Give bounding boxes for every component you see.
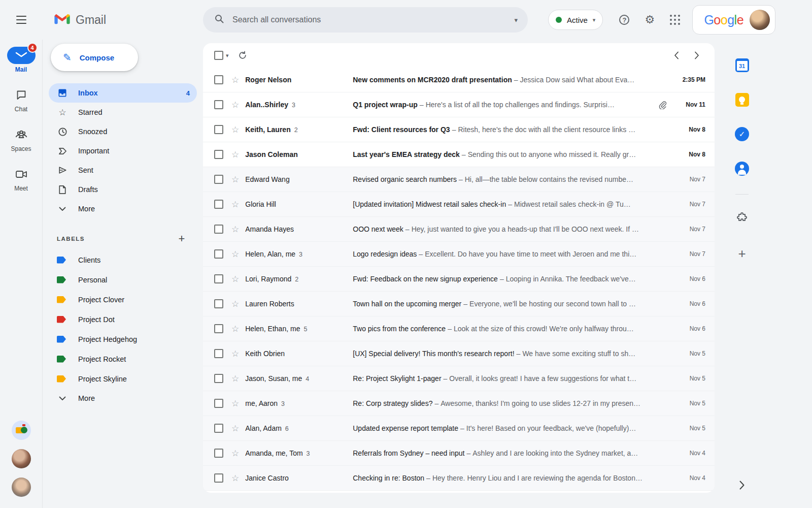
sidebar-label-item[interactable]: Project Dot: [49, 309, 197, 329]
star-icon[interactable]: ☆: [231, 423, 239, 433]
email-row[interactable]: ☆ me, Aaron 3 Re: Corp strategy slides?–…: [203, 391, 715, 416]
refresh-icon[interactable]: [238, 51, 247, 60]
star-icon[interactable]: ☆: [231, 149, 239, 160]
sidebar-item-important[interactable]: Important: [49, 141, 197, 161]
keep-button[interactable]: [732, 89, 752, 110]
compose-button[interactable]: ✎ Compose: [51, 44, 138, 71]
email-checkbox[interactable]: [214, 473, 223, 483]
email-checkbox[interactable]: [214, 424, 223, 433]
email-checkbox[interactable]: [214, 200, 223, 209]
email-checkbox[interactable]: [214, 324, 223, 333]
calendar-button[interactable]: 31: [732, 55, 752, 75]
settings-button[interactable]: ⚙: [639, 10, 660, 30]
email-row[interactable]: ☆ Keith Obrien [UX] Special delivery! Th…: [203, 341, 715, 366]
email-checkbox[interactable]: [214, 125, 223, 134]
email-row[interactable]: ☆ Roger Nelson New comments on MCR2020 d…: [203, 68, 715, 92]
rail-item-meet[interactable]: Meet: [7, 166, 36, 192]
help-button[interactable]: ?: [614, 10, 634, 30]
email-row[interactable]: ☆ Helen, Ethan, me 5 Two pics from the c…: [203, 316, 715, 341]
sidebar-item-snoozed[interactable]: Snoozed: [49, 122, 197, 141]
email-checkbox[interactable]: [214, 150, 223, 159]
tasks-button[interactable]: ✓: [732, 124, 752, 144]
contacts-button[interactable]: [732, 158, 752, 179]
email-checkbox[interactable]: [214, 449, 223, 458]
star-icon[interactable]: ☆: [231, 75, 239, 85]
email-row[interactable]: ☆ Keith, Lauren 2 Fwd: Client resources …: [203, 117, 715, 142]
star-icon[interactable]: ☆: [231, 448, 239, 458]
email-checkbox[interactable]: [214, 399, 223, 408]
email-date: Nov 7: [674, 176, 705, 183]
star-icon[interactable]: ☆: [231, 398, 239, 408]
email-checkbox[interactable]: [214, 175, 223, 184]
star-icon[interactable]: ☆: [231, 124, 239, 135]
select-caret-icon[interactable]: ▾: [226, 52, 229, 59]
star-icon[interactable]: ☆: [231, 249, 239, 259]
email-row[interactable]: ☆ Edward Wang Revised organic search num…: [203, 167, 715, 192]
email-checkbox[interactable]: [214, 249, 223, 259]
star-icon[interactable]: ☆: [231, 199, 239, 209]
email-row[interactable]: ☆ Lori, Raymond 2 Fwd: Feedback on the n…: [203, 267, 715, 292]
sidebar-item-drafts[interactable]: Drafts: [49, 180, 197, 199]
hide-side-panel-button[interactable]: [739, 481, 745, 490]
search-bar[interactable]: ▾: [203, 7, 528, 33]
rail-item-chat[interactable]: Chat: [7, 86, 36, 113]
star-icon[interactable]: ☆: [231, 373, 239, 384]
email-checkbox[interactable]: [214, 274, 223, 283]
email-row[interactable]: ☆ Alan, Adam 6 Updated expense report te…: [203, 416, 715, 441]
older-page-icon[interactable]: [691, 48, 702, 62]
profile-avatar[interactable]: [750, 10, 770, 30]
newer-page-icon[interactable]: [671, 48, 682, 62]
sidebar-label-item[interactable]: Project Rocket: [49, 349, 197, 369]
star-icon[interactable]: ☆: [231, 174, 239, 184]
rail-item-spaces[interactable]: Spaces: [7, 126, 36, 152]
status-selector[interactable]: Active ▾: [548, 10, 603, 30]
email-row[interactable]: ☆ Janice Castro Checking in re: Boston–H…: [203, 466, 715, 491]
sidebar-item-starred[interactable]: ☆ Starred: [49, 103, 197, 122]
sidebar-label-item[interactable]: Clients: [49, 250, 197, 270]
email-checkbox[interactable]: [214, 100, 223, 109]
gmail-logo[interactable]: Gmail: [43, 12, 203, 27]
star-icon[interactable]: ☆: [231, 100, 239, 110]
select-all-checkbox[interactable]: [214, 51, 223, 60]
star-icon[interactable]: ☆: [231, 348, 239, 359]
email-row[interactable]: ☆ Helen, Alan, me 3 Logo redesign ideas–…: [203, 242, 715, 267]
sidebar-item-sent[interactable]: Sent: [49, 161, 197, 180]
star-icon[interactable]: ☆: [231, 324, 239, 334]
search-icon[interactable]: [214, 14, 224, 26]
email-checkbox[interactable]: [214, 75, 223, 84]
search-input[interactable]: [232, 15, 514, 24]
contact-avatar[interactable]: [12, 478, 31, 497]
sidebar-label-item[interactable]: Personal: [49, 270, 197, 290]
email-row[interactable]: ☆ Jason Coleman Last year's EMEA strateg…: [203, 142, 715, 167]
google-account-chip[interactable]: Google: [692, 5, 775, 35]
email-row[interactable]: ☆ Alan..Shirley 3 Q1 project wrap-up–Her…: [203, 92, 715, 117]
star-icon[interactable]: ☆: [231, 299, 239, 309]
search-options-caret-icon[interactable]: ▾: [514, 16, 518, 24]
email-checkbox[interactable]: [214, 225, 223, 234]
sidebar-label-item[interactable]: Project Hedgehog: [49, 329, 197, 349]
star-icon[interactable]: ☆: [231, 224, 239, 234]
get-addons-button[interactable]: [732, 209, 752, 229]
add-panel-button[interactable]: +: [732, 243, 752, 264]
email-row[interactable]: ☆ Lauren Roberts Town hall on the upcomi…: [203, 292, 715, 316]
star-icon[interactable]: ☆: [231, 473, 239, 483]
email-checkbox[interactable]: [214, 299, 223, 308]
contact-avatar[interactable]: [12, 449, 31, 468]
sidebar-labels-more[interactable]: More: [49, 389, 197, 408]
sidebar-label-item[interactable]: Project Clover: [49, 290, 197, 309]
email-checkbox[interactable]: [214, 374, 223, 383]
email-row[interactable]: ☆ Jason, Susan, me 4 Re: Project Skyligh…: [203, 366, 715, 391]
rail-item-mail[interactable]: 4 Mail: [7, 47, 36, 73]
google-apps-button[interactable]: [665, 10, 685, 30]
star-icon[interactable]: ☆: [231, 274, 239, 284]
main-menu-icon[interactable]: [10, 9, 32, 31]
email-row[interactable]: ☆ Amanda Hayes OOO next week–Hey, just w…: [203, 217, 715, 242]
email-row[interactable]: ☆ Amanda, me, Tom 3 Referrals from Sydne…: [203, 441, 715, 466]
sidebar-item-inbox[interactable]: Inbox 4: [49, 83, 197, 103]
email-checkbox[interactable]: [214, 349, 223, 358]
sidebar-item-more[interactable]: More: [49, 199, 197, 218]
sidebar-label-item[interactable]: Project Skyline: [49, 369, 197, 389]
email-row[interactable]: ☆ Gloria Hill [Updated invitation] Midwe…: [203, 192, 715, 217]
add-label-button[interactable]: +: [174, 231, 190, 247]
camera-space-avatar[interactable]: [12, 421, 31, 440]
